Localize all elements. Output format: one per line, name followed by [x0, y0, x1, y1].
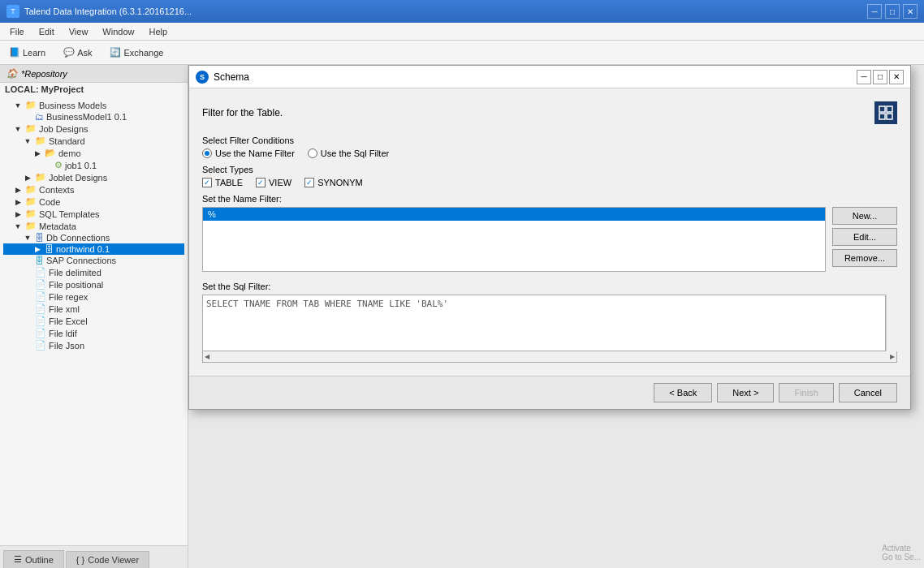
table-checkbox[interactable]: ✓ — [202, 178, 212, 187]
menu-edit[interactable]: Edit — [32, 25, 61, 38]
item-label: Metadata — [39, 222, 76, 231]
sql-filter-textarea[interactable] — [202, 295, 886, 351]
filter-buttons: New... Edit... Remove... — [832, 207, 897, 272]
name-filter-list[interactable]: % — [202, 207, 826, 272]
tab-icon: 🏠 — [6, 68, 18, 79]
tab-code-viewer[interactable]: { } Code Viewer — [66, 551, 149, 568]
sidebar-item-db-connections[interactable]: ▼ 🗄 Db Connections — [3, 232, 184, 243]
sidebar-item-business-models[interactable]: ▼ 📁 Business Models — [3, 99, 184, 111]
svg-rect-1 — [887, 106, 892, 112]
leaf-spacer — [23, 316, 32, 326]
table-checkbox-option[interactable]: ✓ TABLE — [202, 178, 243, 187]
project-label: LOCAL: MyProject — [0, 83, 188, 96]
name-filter-selected-item[interactable]: % — [203, 208, 825, 221]
dialog-minimize-button[interactable]: ─ — [857, 70, 871, 84]
sidebar-item-file-json[interactable]: 📄 File Json — [3, 339, 184, 351]
tab-label: *Repository — [21, 69, 67, 79]
vertical-scrollbar[interactable] — [886, 295, 897, 351]
next-button[interactable]: Next > — [717, 383, 774, 402]
learn-label: Learn — [23, 48, 45, 58]
sidebar-item-job1[interactable]: ⚙ job1 0.1 — [3, 159, 184, 171]
dialog-close-button[interactable]: ✕ — [889, 70, 904, 84]
sidebar-item-file-positional[interactable]: 📄 File positional — [3, 278, 184, 290]
table-grid-svg — [879, 105, 893, 120]
dialog-maximize-button[interactable]: □ — [873, 70, 887, 84]
back-button[interactable]: < Back — [654, 383, 712, 402]
file-icon: 📄 — [35, 267, 46, 278]
sidebar-item-file-xml[interactable]: 📄 File xml — [3, 303, 184, 315]
cancel-button[interactable]: Cancel — [839, 383, 897, 402]
learn-button[interactable]: 📘 Learn — [3, 45, 51, 60]
tab-outline[interactable]: ☰ Outline — [3, 550, 64, 568]
file-icon: 📄 — [35, 340, 46, 351]
item-label: Joblet Designs — [49, 173, 107, 183]
menu-window[interactable]: Window — [96, 25, 140, 38]
sidebar-item-file-excel[interactable]: 📄 File Excel — [3, 315, 184, 327]
sidebar-item-demo[interactable]: ▶ 📂 demo — [3, 147, 184, 159]
file-icon: 📄 — [35, 303, 46, 314]
new-button[interactable]: New... — [832, 207, 897, 225]
scroll-right-arrow[interactable]: ▶ — [890, 353, 895, 360]
leaf-spacer — [23, 329, 32, 338]
view-checkbox[interactable]: ✓ — [256, 178, 266, 187]
filter-conditions-label: Select Filter Conditions — [202, 136, 897, 145]
sidebar-item-standard[interactable]: ▼ 📁 Standard — [3, 135, 184, 147]
sidebar-item-file-regex[interactable]: 📄 File regex — [3, 290, 184, 303]
svg-rect-3 — [887, 114, 892, 119]
sidebar-item-northwind[interactable]: ▶ 🗄 northwind 0.1 — [3, 243, 184, 255]
sql-scroll-area: ◀ ▶ — [202, 295, 897, 363]
filter-title: Filter for the Table. — [202, 107, 283, 118]
code-icon: { } — [76, 555, 84, 565]
sidebar-item-job-designs[interactable]: ▼ 📁 Job Designs — [3, 123, 184, 135]
exchange-button[interactable]: 🔄 Exchange — [104, 45, 169, 60]
scroll-left-arrow[interactable]: ◀ — [205, 353, 209, 360]
sidebar-item-joblet-designs[interactable]: ▶ 📁 Joblet Designs — [3, 171, 184, 183]
menu-file[interactable]: File — [3, 25, 31, 38]
title-bar-controls: ─ □ ✕ — [867, 4, 918, 19]
synonym-checkbox[interactable]: ✓ — [304, 178, 314, 187]
sql-filter-label: Use the Sql Filter — [321, 148, 389, 158]
repository-tab[interactable]: 🏠 *Repository — [0, 65, 188, 83]
item-label: File regex — [49, 292, 88, 302]
sidebar-item-file-ldif[interactable]: 📄 File ldif — [3, 327, 184, 339]
view-label: VIEW — [269, 178, 291, 187]
maximize-button[interactable]: □ — [885, 4, 900, 19]
exchange-label: Exchange — [123, 48, 163, 58]
ask-button[interactable]: 💬 Ask — [58, 45, 97, 60]
name-filter-section: Set the Name Filter: % New... Edit... Re… — [202, 194, 897, 272]
sql-filter-radio[interactable] — [308, 148, 317, 158]
item-label: Job Designs — [39, 124, 89, 134]
remove-button[interactable]: Remove... — [832, 249, 897, 267]
synonym-checkbox-option[interactable]: ✓ SYNONYM — [304, 178, 363, 187]
leaf-spacer — [23, 268, 32, 278]
sidebar-item-file-delimited[interactable]: 📄 File delimited — [3, 266, 184, 278]
ask-label: Ask — [77, 48, 92, 58]
sidebar-item-contexts[interactable]: ▶ 📁 Contexts — [3, 183, 184, 196]
grid-icon[interactable] — [874, 101, 897, 124]
expand-arrow: ▼ — [13, 124, 23, 134]
menu-help[interactable]: Help — [142, 25, 174, 38]
item-label: job1 0.1 — [65, 161, 97, 170]
sidebar-item-sql-templates[interactable]: ▶ 📁 SQL Templates — [3, 208, 184, 220]
title-bar: T Talend Data Integration (6.3.1.2016121… — [0, 0, 924, 23]
edit-button[interactable]: Edit... — [832, 228, 897, 246]
use-name-filter-option[interactable]: Use the Name Filter — [202, 148, 295, 158]
minimize-button[interactable]: ─ — [867, 4, 882, 19]
finish-button[interactable]: Finish — [779, 383, 833, 402]
horizontal-scrollbar[interactable]: ◀ ▶ — [202, 351, 897, 363]
file-icon: 📄 — [35, 279, 46, 290]
close-button[interactable]: ✕ — [903, 4, 918, 19]
dialog-body: Filter for the Table. Select Filter Cond… — [189, 88, 910, 376]
sidebar-item-code[interactable]: ▶ 📁 Code — [3, 196, 184, 208]
use-sql-filter-option[interactable]: Use the Sql Filter — [308, 148, 389, 158]
sidebar-item-sap-connections[interactable]: 🗄 SAP Connections — [3, 255, 184, 266]
menu-bar: File Edit View Window Help — [0, 23, 924, 41]
name-filter-radio[interactable] — [202, 148, 212, 158]
sidebar-item-metadata[interactable]: ▼ 📁 Metadata — [3, 220, 184, 232]
menu-view[interactable]: View — [63, 25, 95, 38]
sidebar-item-businessmodel1[interactable]: 🗂 BusinessModel1 0.1 — [3, 111, 184, 123]
dialog-title: Schema — [214, 71, 249, 83]
view-checkbox-option[interactable]: ✓ VIEW — [256, 178, 291, 187]
main-area: 🏠 *Repository LOCAL: MyProject ▼ 📁 Busin… — [0, 65, 924, 568]
folder-icon: 📁 — [25, 184, 37, 195]
